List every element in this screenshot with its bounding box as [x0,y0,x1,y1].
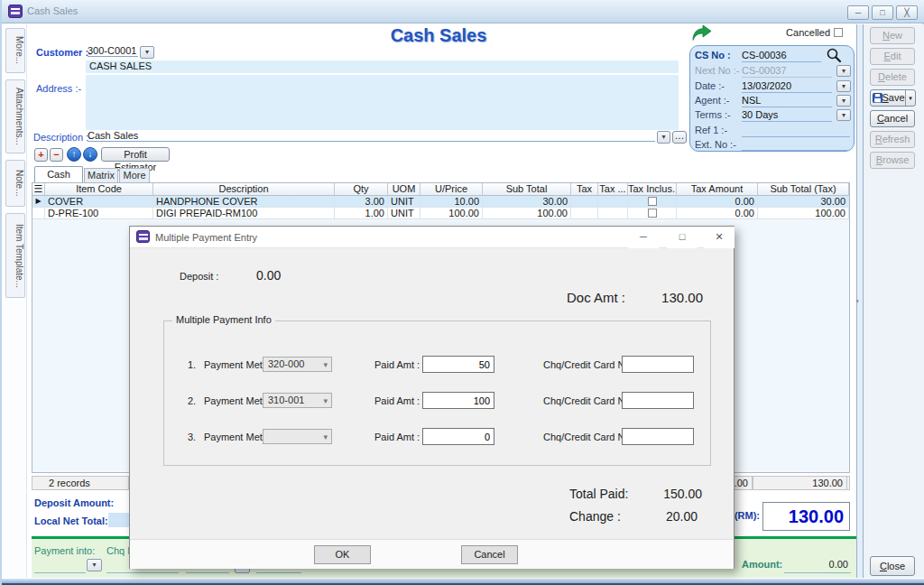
description-ellipsis-button[interactable]: … [672,131,687,144]
table-row[interactable]: ▶ COVER HANDPHONE COVER 3.00 UNIT 10.00 … [32,196,849,208]
cancelled-checkbox[interactable] [834,28,843,37]
cell-sub-total-tax[interactable]: 100.00 [758,208,849,219]
cell-tax[interactable] [571,196,598,208]
ref1-field[interactable] [742,136,850,137]
cell-description[interactable]: HANDPHONE COVER [153,196,335,208]
chq-card-no-input[interactable] [622,428,694,445]
delete-button[interactable]: Delete [870,69,915,86]
col-uom[interactable]: UOM [388,183,420,196]
cell-uprice[interactable]: 10.00 [420,196,483,208]
search-icon[interactable] [826,47,842,63]
cell-description[interactable]: DIGI PREPAID-RM100 [153,208,335,219]
close-icon[interactable]: ╳ [896,5,918,20]
payment-method-select[interactable] [263,429,332,444]
chq-card-no-input[interactable] [622,356,694,373]
cell-qty[interactable]: 1.00 [335,208,388,219]
cell-uprice[interactable]: 100.00 [420,208,483,219]
col-item-code[interactable]: Item Code [45,183,153,196]
cell-tax-2[interactable] [598,208,628,219]
dialog-maximize-icon[interactable]: □ [667,227,698,248]
cell-uom[interactable]: UNIT [388,208,420,219]
ok-button[interactable]: OK [314,545,371,564]
new-button[interactable]: New [870,27,915,44]
dialog-close-icon[interactable]: ✕ [704,227,735,248]
description-field[interactable]: Cash Sales [88,130,655,142]
date-dropdown-icon[interactable]: ▾ [836,80,851,92]
payment-field[interactable] [186,572,229,573]
edit-button[interactable]: Edit [870,48,915,65]
paid-amt-input[interactable] [422,392,494,409]
date-value[interactable]: 13/03/2020 [742,80,791,91]
cell-sub-total-tax[interactable]: 30.00 [758,196,849,208]
agent-dropdown-icon[interactable]: ▾ [836,95,851,107]
col-qty[interactable]: Qty [335,183,388,196]
col-tax-amount[interactable]: Tax Amount [677,183,758,196]
dialog-cancel-button[interactable]: Cancel [461,545,518,564]
chq-card-no-input[interactable] [622,392,694,409]
cell-item-code[interactable]: D-PRE-100 [45,208,153,219]
cell-tax-amount[interactable]: 0.00 [677,208,758,219]
sidebar-item-more[interactable]: More... [5,28,25,73]
address-field[interactable] [86,75,679,130]
remove-row-icon[interactable]: − [50,148,63,162]
move-up-icon[interactable]: ↑ [67,147,81,162]
paid-amt-input[interactable] [422,428,494,445]
ext-no-field[interactable] [742,150,850,151]
tab-matrix[interactable]: Matrix [84,168,118,182]
cell-sub-total[interactable]: 100.00 [483,208,571,219]
payment-method-select[interactable]: 320-000 [263,357,332,372]
profit-estimator-button[interactable]: Profit Estimator [101,147,170,162]
col-uprice[interactable]: U/Price [420,183,483,196]
save-dropdown-icon[interactable]: ▾ [905,90,915,106]
cell-tax-amount[interactable]: 0.00 [677,196,758,208]
next-no-dropdown-icon[interactable]: ▾ [836,65,851,77]
col-tax[interactable]: Tax [571,183,598,196]
chq-no-field[interactable] [106,572,179,573]
terms-value[interactable]: 30 Days [742,109,778,120]
browse-button[interactable]: Browse [870,152,915,169]
tax-inclusive-checkbox[interactable] [648,209,657,218]
terms-dropdown-icon[interactable]: ▾ [836,109,851,121]
window-titlebar[interactable]: Cash Sales ─ □ ╳ [2,0,924,23]
tab-more[interactable]: More [119,168,150,182]
dialog-titlebar[interactable]: Multiple Payment Entry ─ □ ✕ [130,227,734,248]
agent-value[interactable]: NSL [742,95,761,106]
payment-into-field[interactable] [34,572,86,573]
panel-splitter[interactable]: › [856,24,864,578]
cell-qty[interactable]: 3.00 [335,196,388,208]
payment-amount-value[interactable]: 0.00 [778,559,848,570]
cell-uom[interactable]: UNIT [388,196,420,208]
splitter-collapse-icon[interactable]: › [856,297,859,305]
minimize-icon[interactable]: ─ [847,5,869,20]
payment-into-dropdown-icon[interactable]: ▾ [87,559,102,571]
save-button[interactable]: Save ▾ [870,89,916,107]
cs-no-value[interactable]: CS-00036 [742,50,787,60]
tab-cash-sales[interactable]: Cash Sales [34,166,83,182]
cell-tax-inclusive[interactable] [628,196,677,208]
cell-tax-2[interactable] [598,196,628,208]
cell-item-code[interactable]: COVER [45,196,153,208]
maximize-icon[interactable]: □ [872,5,893,20]
move-down-icon[interactable]: ↓ [83,147,97,162]
cell-tax-inclusive[interactable] [628,208,677,219]
paid-amt-input[interactable] [422,356,494,373]
sidebar-item-note[interactable]: Note... [5,160,25,207]
payment-method-select[interactable]: 310-001 [263,393,332,408]
col-tax-inclusive[interactable]: Tax Inclus... [628,183,677,196]
col-sub-total[interactable]: Sub Total [483,183,571,196]
col-tax-2[interactable]: Tax ... [598,183,628,196]
description-dropdown-icon[interactable]: ▾ [657,131,670,144]
dialog-minimize-icon[interactable]: ─ [628,227,659,248]
close-button[interactable]: Close [870,556,915,576]
customer-dropdown-icon[interactable]: ▾ [140,46,154,59]
sidebar-item-item-template[interactable]: Item Template... [5,213,25,298]
customer-code-field[interactable]: 300-C0001 [88,45,138,57]
col-sub-total-tax[interactable]: Sub Total (Tax) [758,183,849,196]
col-description[interactable]: Description [153,183,335,196]
sidebar-item-attachments[interactable]: Attachments... [5,79,25,153]
tax-inclusive-checkbox[interactable] [648,197,657,206]
cell-tax[interactable] [571,208,598,219]
add-row-icon[interactable]: + [34,148,48,162]
payment-field-2[interactable] [256,572,301,573]
refresh-button[interactable]: Refresh [870,131,915,148]
